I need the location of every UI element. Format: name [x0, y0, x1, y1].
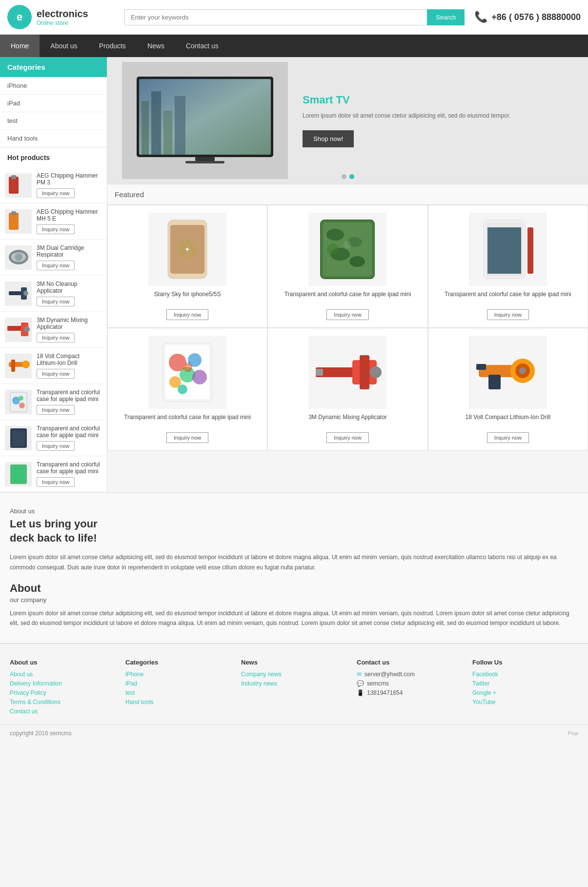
product-card-3: Transparent and colorful case for apple … — [428, 205, 588, 328]
hot-product-1-name: AEG Chipping Hammer PM 3 — [37, 172, 102, 186]
footer-col-news-title: News — [241, 659, 347, 666]
hot-product-7-img — [5, 390, 32, 414]
svg-rect-0 — [9, 177, 19, 194]
hot-product-6-img — [5, 354, 32, 378]
product-2-name: Transparent and colorful case for apple … — [284, 291, 411, 305]
product-2-inquiry[interactable]: Inquiry now — [326, 309, 368, 320]
search-area: Search — [124, 9, 465, 25]
svg-rect-62 — [316, 369, 323, 376]
footer-twitter[interactable]: Twitter — [472, 680, 578, 687]
svg-point-66 — [519, 367, 526, 374]
hot-product-9: Transparent and colorful case for apple … — [0, 456, 107, 492]
contact-chat: 💬 semcms — [357, 680, 463, 687]
cat-ipad[interactable]: iPad — [0, 95, 107, 112]
product-card-4: 🍎 Transparent and colorful case for appl… — [107, 328, 267, 451]
svg-point-9 — [23, 291, 28, 296]
logo-text: electronics Online store — [37, 8, 88, 26]
featured-header: Featured — [107, 184, 588, 205]
main-layout: Categories iPhone iPad test Hand tools H… — [0, 57, 588, 492]
nav-news[interactable]: News — [137, 35, 175, 57]
svg-text:✦: ✦ — [184, 245, 190, 253]
cat-test[interactable]: test — [0, 112, 107, 130]
product-card-2: Transparent and colorful case for apple … — [267, 205, 427, 328]
hot-product-6-inquiry[interactable]: Inquiry now — [37, 369, 75, 379]
svg-rect-32 — [185, 161, 224, 163]
footer-col-social-title: Follow Us — [472, 659, 578, 666]
hot-product-9-name: Transparent and colorful case for apple … — [37, 461, 102, 475]
footer-cat-ipad[interactable]: iPad — [125, 680, 231, 687]
footer-googleplus[interactable]: Google + — [472, 689, 578, 696]
hot-product-2-name: AEG Chipping Hammer MH 5 E — [37, 208, 102, 222]
footer-link-delivery[interactable]: Delivery Information — [10, 680, 116, 687]
product-3-inquiry[interactable]: Inquiry now — [487, 309, 529, 320]
footer-cat-iphone[interactable]: iPhone — [125, 671, 231, 678]
product-card-5: 3M Dynamic Mixing Applicator Inquiry now — [267, 328, 427, 451]
hot-product-9-info: Transparent and colorful case for apple … — [37, 461, 102, 487]
email-icon: ✉ — [357, 671, 362, 678]
hot-product-6: 18 Volt Compact Lithium-Ion Drill Inquir… — [0, 348, 107, 384]
svg-rect-23 — [12, 466, 25, 482]
svg-rect-47 — [487, 227, 521, 274]
contact-phone: 📱 13819471654 — [357, 689, 463, 696]
footer-cat-test[interactable]: test — [125, 689, 231, 696]
cat-handtools[interactable]: Hand tools — [0, 130, 107, 147]
hot-product-2-inquiry[interactable]: Inquiry now — [37, 224, 75, 234]
footer-news-industry[interactable]: Industry news — [241, 680, 347, 687]
footer-link-contact[interactable]: Contact us — [10, 708, 116, 715]
phone-area: 📞 +86 ( 0576 ) 88880000 — [474, 11, 581, 23]
footer-youtube[interactable]: YouTube — [472, 699, 578, 706]
products-grid: ✦ Starry Sky for iphone5/5S Inquiry now — [107, 205, 588, 451]
hot-product-3-inquiry[interactable]: Inquiry now — [37, 261, 75, 270]
sidebar: Categories iPhone iPad test Hand tools H… — [0, 57, 107, 492]
nav-contact[interactable]: Contact us — [175, 35, 229, 57]
cat-iphone[interactable]: iPhone — [0, 77, 107, 95]
product-1-inquiry[interactable]: Inquiry now — [166, 309, 208, 320]
product-2-img — [308, 213, 386, 286]
footer-cat-handtools[interactable]: Hand tools — [125, 699, 231, 706]
product-6-name: 18 Volt Compact Lithium-Ion Drill — [465, 414, 550, 428]
categories-header: Categories — [0, 57, 107, 77]
hot-product-5-inquiry[interactable]: Inquiry now — [37, 333, 75, 343]
category-list: iPhone iPad test Hand tools — [0, 77, 107, 148]
hot-product-9-img — [5, 462, 32, 486]
svg-rect-27 — [142, 101, 149, 155]
footer-news-company[interactable]: Company news — [241, 671, 347, 678]
product-card-6: 18 Volt Compact Lithium-Ion Drill Inquir… — [428, 328, 588, 451]
svg-rect-15 — [11, 360, 15, 372]
svg-point-19 — [19, 396, 23, 401]
search-input[interactable] — [124, 9, 427, 25]
phone-number: +86 ( 0576 ) 88880000 — [491, 12, 581, 22]
footer-link-privacy[interactable]: Privacy Policy — [10, 689, 116, 696]
nav-products[interactable]: Products — [88, 35, 137, 57]
hot-product-1-inquiry[interactable]: Inquiry now — [37, 188, 75, 198]
nav-home[interactable]: Home — [0, 35, 40, 57]
about-company-label: About — [10, 582, 578, 595]
dot-1[interactable] — [342, 174, 346, 179]
product-4-name: Transparent and colorful case for apple … — [124, 414, 251, 428]
nav-about[interactable]: About us — [40, 35, 88, 57]
footer-facebook[interactable]: Facebook — [472, 671, 578, 678]
hot-product-3: 3M Dual Cartridge Respirator Inquiry now — [0, 240, 107, 276]
hot-product-9-inquiry[interactable]: Inquiry now — [37, 477, 75, 487]
product-4-inquiry[interactable]: Inquiry now — [166, 432, 208, 443]
footer-link-terms[interactable]: Terms & Conditions — [10, 699, 116, 706]
banner-text: Smart TV Lorem ipsum dolor sit amet cons… — [288, 79, 588, 162]
product-6-inquiry[interactable]: Inquiry now — [487, 432, 529, 443]
search-button[interactable]: Search — [427, 9, 465, 25]
dot-2[interactable] — [349, 174, 354, 179]
svg-rect-3 — [11, 211, 16, 215]
hot-product-2-img — [5, 209, 32, 234]
svg-point-56 — [178, 384, 187, 394]
hot-product-8-inquiry[interactable]: Inquiry now — [37, 441, 75, 451]
hot-product-7-inquiry[interactable]: Inquiry now — [37, 405, 75, 415]
svg-point-44 — [344, 241, 351, 248]
nav: Home About us Products News Contact us — [0, 35, 588, 57]
product-5-inquiry[interactable]: Inquiry now — [326, 432, 368, 443]
hot-product-4-info: 3M No Cleanup Applicator Inquiry now — [37, 281, 102, 306]
hot-product-7-info: Transparent and colorful case for apple … — [37, 389, 102, 415]
svg-rect-68 — [488, 375, 501, 389]
footer-link-about-us[interactable]: About us — [10, 671, 116, 678]
contact-email: ✉ server@yhwdt.com — [357, 671, 463, 678]
hot-product-4-inquiry[interactable]: Inquiry now — [37, 297, 75, 306]
shop-now-button[interactable]: Shop now! — [303, 130, 354, 147]
